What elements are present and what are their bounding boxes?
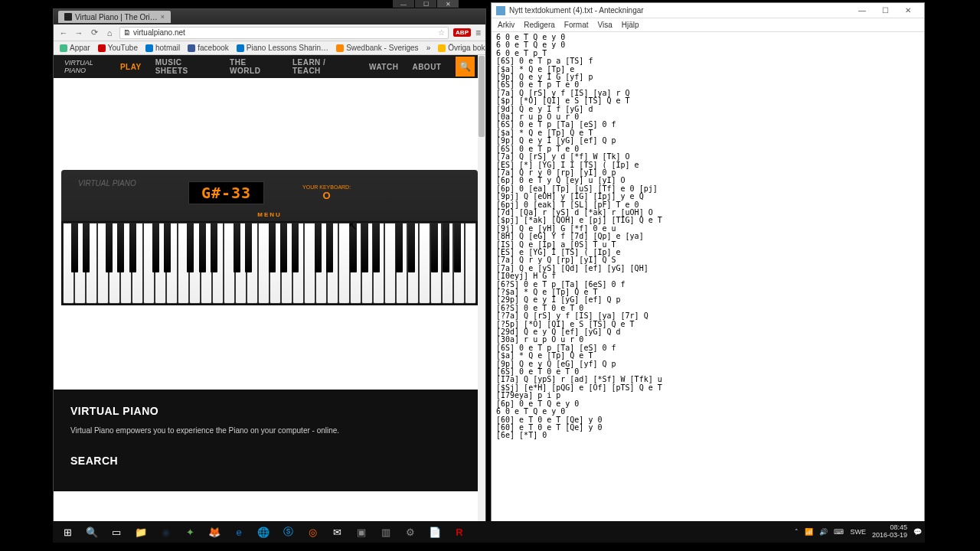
black-key[interactable] xyxy=(245,223,252,272)
task-firefox[interactable]: 🦊 xyxy=(203,523,226,541)
tray-wifi-icon[interactable]: 📶 xyxy=(805,528,813,536)
close-button[interactable]: ✕ xyxy=(437,0,459,8)
notepad-window: Nytt textdokument (4).txt - Anteckningar… xyxy=(491,2,925,529)
menu-redigera[interactable]: Redigera xyxy=(524,21,555,29)
tray-chevron-icon[interactable]: ˄ xyxy=(795,528,799,536)
np-max-button[interactable]: ☐ xyxy=(874,4,897,18)
white-key[interactable] xyxy=(338,223,350,304)
bookmark-piano-lessons[interactable]: Piano Lessons Sharin… xyxy=(237,44,328,52)
black-key[interactable] xyxy=(454,223,461,272)
home-button[interactable]: ⌂ xyxy=(104,28,115,38)
black-key[interactable] xyxy=(117,223,124,272)
bookmark-youtube[interactable]: YouTube xyxy=(98,44,138,52)
nav-music-sheets[interactable]: MUSIC SHEETS xyxy=(155,58,216,75)
taskbar: ⊞ 🔍 ▭ 📁 ◉ ✦ 🦊 e 🌐 ⓢ ◎ ✉ ▣ ▥ ⚙ 📄 R ˄ 📶 🔊 … xyxy=(53,521,925,543)
tab-close-icon[interactable]: × xyxy=(161,13,165,21)
back-button[interactable]: ← xyxy=(58,28,69,38)
task-notepad[interactable]: 📄 xyxy=(423,523,446,541)
task-edge[interactable]: e xyxy=(227,523,250,541)
abp-badge[interactable]: ABP xyxy=(453,28,471,37)
task-app1[interactable]: ✦ xyxy=(178,523,201,541)
bookmark-appar[interactable]: Appar xyxy=(60,44,90,52)
scrollbar[interactable] xyxy=(478,55,485,528)
nav-the-world[interactable]: THE WORLD xyxy=(230,58,279,75)
task-app3[interactable]: ▣ xyxy=(350,523,373,541)
site-logo[interactable]: VIRTUAL PIANO xyxy=(64,58,106,75)
task-steam[interactable]: ◉ xyxy=(154,523,177,541)
black-key[interactable] xyxy=(280,223,287,272)
white-key[interactable] xyxy=(465,223,476,304)
black-key[interactable] xyxy=(431,223,438,272)
task-settings[interactable]: ⚙ xyxy=(399,523,422,541)
np-close-button[interactable]: ✕ xyxy=(897,4,920,18)
black-key[interactable] xyxy=(396,223,403,272)
menu-format[interactable]: Format xyxy=(564,21,589,29)
black-key[interactable] xyxy=(129,223,136,272)
task-app2[interactable]: ◎ xyxy=(301,523,324,541)
black-key[interactable] xyxy=(315,223,322,272)
task-roblox[interactable]: R xyxy=(448,523,471,541)
min-button[interactable]: — xyxy=(393,0,414,8)
url-input[interactable]: 🗎 virtualpiano.net ☆ xyxy=(119,27,449,39)
task-app4[interactable]: ▥ xyxy=(374,523,397,541)
black-key[interactable] xyxy=(234,223,240,272)
black-key[interactable] xyxy=(211,223,217,272)
task-skype[interactable]: ⓢ xyxy=(276,523,299,541)
tray-volume-icon[interactable]: 🔊 xyxy=(819,528,828,536)
black-key[interactable] xyxy=(408,223,415,272)
np-min-button[interactable]: — xyxy=(851,4,874,18)
browser-tab[interactable]: Virtual Piano | The Ori… × xyxy=(58,11,171,23)
piano-menu-button[interactable]: MENU xyxy=(61,210,478,221)
menu-icon[interactable]: ≡ xyxy=(475,28,481,38)
notifications-icon[interactable]: 💬 xyxy=(913,528,922,536)
task-chrome[interactable]: 🌐 xyxy=(252,523,275,541)
task-explorer[interactable]: 📁 xyxy=(129,523,152,541)
menu-hjalp[interactable]: Hjälp xyxy=(622,21,639,29)
black-key[interactable] xyxy=(326,223,333,272)
max-button[interactable]: ☐ xyxy=(415,0,436,8)
bookmark-hotmail[interactable]: hotmail xyxy=(145,44,180,52)
tray-keyboard-icon[interactable]: ⌨ xyxy=(834,528,844,536)
nav-about[interactable]: ABOUT xyxy=(412,63,441,71)
notepad-body[interactable]: 6 0 e T Q e y 0 6 0 e T Q e y 0 6 0 e T … xyxy=(492,32,924,528)
search-button[interactable]: 🔍 xyxy=(456,57,475,77)
black-key[interactable] xyxy=(106,223,113,272)
black-key[interactable] xyxy=(269,223,276,272)
black-key[interactable] xyxy=(187,223,194,272)
forward-button[interactable]: → xyxy=(74,28,84,38)
start-button[interactable]: ⊞ xyxy=(56,523,79,541)
white-key[interactable] xyxy=(304,223,315,304)
reload-button[interactable]: ⟳ xyxy=(89,28,100,38)
black-key[interactable] xyxy=(361,223,368,272)
notepad-titlebar[interactable]: Nytt textdokument (4).txt - Anteckningar… xyxy=(492,3,924,18)
bookmark-swedbank[interactable]: Swedbank - Sveriges xyxy=(336,44,419,52)
scrollbar-thumb[interactable] xyxy=(479,56,485,137)
white-key[interactable] xyxy=(384,223,396,304)
bookmark-overflow[interactable]: » xyxy=(426,44,431,52)
black-key[interactable] xyxy=(373,223,380,272)
black-key[interactable] xyxy=(152,223,159,272)
white-key[interactable] xyxy=(258,223,270,304)
bookmark-facebook[interactable]: facebook xyxy=(188,44,229,52)
black-key[interactable] xyxy=(71,223,78,272)
star-icon[interactable]: ☆ xyxy=(438,28,445,37)
black-key[interactable] xyxy=(199,223,206,272)
nav-watch[interactable]: WATCH xyxy=(369,63,398,71)
black-key[interactable] xyxy=(292,223,299,272)
menu-arkiv[interactable]: Arkiv xyxy=(498,21,514,29)
task-view[interactable]: ▭ xyxy=(105,523,128,541)
black-key[interactable] xyxy=(350,223,357,272)
tray-clock[interactable]: 08:45 2016-03-19 xyxy=(872,524,907,540)
black-key[interactable] xyxy=(83,223,90,272)
nav-play[interactable]: PLAY xyxy=(120,63,142,71)
tray-lang[interactable]: SWE xyxy=(850,528,866,536)
black-key[interactable] xyxy=(164,223,171,272)
nav-learn-teach[interactable]: LEARN / TEACH xyxy=(292,58,355,75)
black-key[interactable] xyxy=(443,223,449,272)
menu-visa[interactable]: Visa xyxy=(598,21,612,29)
task-search[interactable]: 🔍 xyxy=(80,523,103,541)
search-icon: 🔍 xyxy=(459,61,471,72)
task-mail[interactable]: ✉ xyxy=(325,523,348,541)
white-key[interactable] xyxy=(419,223,430,304)
bookmark-other[interactable]: Övriga bokmärken xyxy=(438,44,485,52)
